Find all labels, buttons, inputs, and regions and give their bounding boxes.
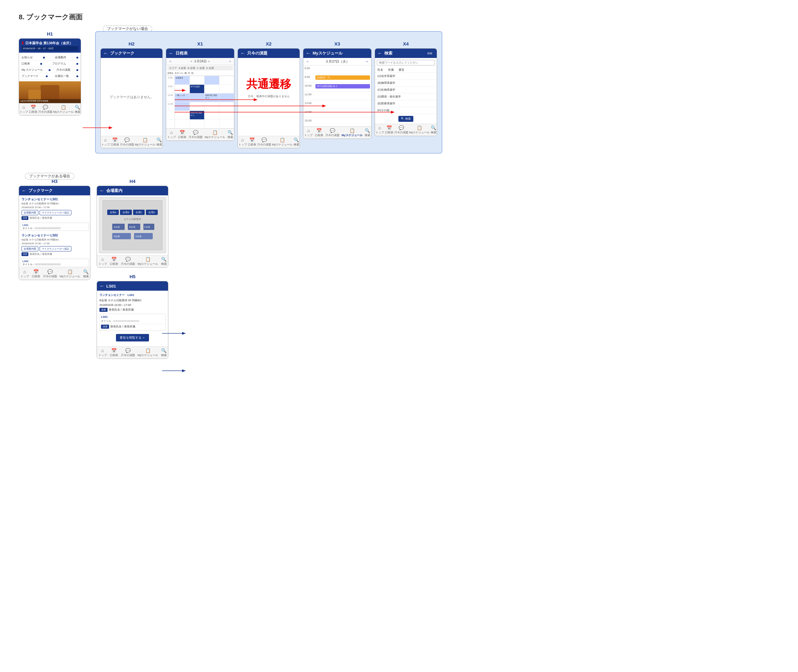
x2-back-arrow[interactable]: ← <box>240 50 245 56</box>
h3-ls01-venue-btn[interactable]: 会場案内図 <box>21 210 38 215</box>
x3-footer-current[interactable]: 💬只今の演題 <box>325 128 340 138</box>
x2-footer-current[interactable]: 💬只今の演題 <box>257 138 271 147</box>
x4-cat-e[interactable]: (E)医療系薬学 <box>375 100 437 107</box>
x1-event-a3[interactable]: 一般シンポ <box>175 93 189 102</box>
h4-back-arrow[interactable]: ← <box>99 188 104 194</box>
x3-footer-top[interactable]: ⌂トップ <box>304 128 312 138</box>
x4-cat-c[interactable]: (C)生物系薬学 <box>375 86 437 93</box>
x1-event-a4[interactable] <box>175 102 189 111</box>
h3-abstract-ls02-title: タイトル：□□□□□□□□□□□□□□□□□ <box>22 262 87 266</box>
h3-back-arrow[interactable]: ← <box>21 188 27 194</box>
x1-event-c1[interactable] <box>205 76 219 85</box>
x1-event-b2[interactable]: 演子合薬院 <box>190 85 205 93</box>
h3-ls02-venue-btn[interactable]: 会場案内図 <box>21 246 38 251</box>
x1-footer-schedule[interactable]: 📅口程表 <box>178 130 186 139</box>
x1-event-d5 <box>220 111 234 120</box>
h2-label: H2 <box>100 41 163 46</box>
h3-footer-top[interactable]: ⌂トップ <box>21 269 29 278</box>
x1-footer-top[interactable]: ⌂トップ <box>167 130 176 139</box>
h1-menu-item-2[interactable]: 口程表 プログラム <box>21 61 79 67</box>
h3-ls02-add-btn[interactable]: マイスケジュールへ追記 <box>40 246 71 251</box>
x4-cat-a[interactable]: (A)化学系薬学 <box>375 73 437 80</box>
x4-back-arrow[interactable]: ← <box>378 50 383 56</box>
x1-event-b3[interactable] <box>190 93 205 102</box>
h4-footer-current[interactable]: 💬只今の演題 <box>121 257 135 266</box>
h1-footer-my[interactable]: 📋 Myスケジュール <box>53 105 74 114</box>
h2-footer-search[interactable]: 🔍検索 <box>157 138 162 147</box>
x4-cat-d[interactable]: (D)環境・衛生薬学 <box>375 93 437 100</box>
x2-footer-search[interactable]: 🔍検索 <box>294 138 299 147</box>
h4-map-label: ホテル日航熊本 <box>124 218 141 221</box>
h5-footer-top[interactable]: ⌂トップ <box>98 348 107 357</box>
x4-search-button[interactable]: 🔍 検索 <box>398 116 413 122</box>
h2-back-arrow[interactable]: ← <box>103 50 108 56</box>
x1-footer-my[interactable]: 📋Myスケジュール <box>205 130 225 139</box>
h3-ls01-add-btn[interactable]: マイスケジュールへ追記 <box>40 210 71 215</box>
h5-view-button[interactable]: 要旨を閲覧する ＞ <box>116 334 149 341</box>
x4-screen: ← 検索 検索 氏名 所属 要旨 (A)化学系薬学 (B)物理系薬学 <box>375 48 437 136</box>
x3-next[interactable]: ＞ <box>365 59 369 64</box>
x4-search-header-button[interactable]: 検索 <box>426 51 434 56</box>
x1-header: ← 日程表 <box>166 49 234 58</box>
h3-footer-current[interactable]: 💬只今の演題 <box>43 269 57 278</box>
x3-event-1000[interactable]: 演子合薬院演題 AL-1 <box>316 84 370 88</box>
h3-ls02-speaker: 演者 座長氏名／座長所属 <box>21 252 88 256</box>
h1-menu-item-4[interactable]: ブックマーク 出展社一覧 <box>21 73 79 80</box>
h1-menu-label-program: プログラム <box>52 62 66 66</box>
h4-footer-search[interactable]: 🔍検索 <box>161 257 167 266</box>
h1-footer-schedule[interactable]: 📅 口程表 <box>29 105 37 114</box>
x1-event-d3[interactable] <box>220 93 234 102</box>
h1-menu-item-1[interactable]: お知らせ 会場案内 <box>21 54 79 61</box>
x4-footer-top[interactable]: ⌂トップ <box>376 125 384 134</box>
x4-footer-my[interactable]: 📋Myスケジュール <box>409 125 430 134</box>
x4-cat-f[interactable]: (F)その他 <box>375 107 437 114</box>
h5-back-arrow[interactable]: ← <box>99 283 104 289</box>
h5-footer-search[interactable]: 🔍検索 <box>161 348 167 357</box>
x3-back-arrow[interactable]: ← <box>306 50 311 56</box>
x2-footer-top[interactable]: ⌂トップ <box>239 138 247 147</box>
h1-menu-item-3[interactable]: My スケジュール 只今の演題 <box>21 67 79 73</box>
x1-footer-current[interactable]: 💬只今の演題 <box>189 130 203 139</box>
x1-footer-search[interactable]: 🔍検索 <box>228 130 233 139</box>
h5-speaker2: 座長氏名 / 座長所属 <box>111 325 135 329</box>
h3-abstract-ls02[interactable]: LS02 タイトル：□□□□□□□□□□□□□□□□□ <box>20 259 89 267</box>
h3-footer-search[interactable]: 🔍検索 <box>83 269 89 278</box>
x1-back-arrow[interactable]: ← <box>169 50 174 56</box>
h3-abstract-ls02-id: LS02 <box>22 260 87 262</box>
h1-label: H1 <box>19 31 81 37</box>
x1-event-c3[interactable]: 演題学院 演題 AL-1 <box>205 93 219 102</box>
h5-footer-current[interactable]: 💬只今の演題 <box>121 348 135 357</box>
h4-footer-schedule[interactable]: 📅口程表 <box>110 257 118 266</box>
h4-footer-my[interactable]: 📋Myスケジュール <box>138 257 159 266</box>
x4-cat-b[interactable]: (B)物理系薬学 <box>375 80 437 86</box>
x3-event-900[interactable]: 会場講演 PL <box>316 75 370 80</box>
x2-footer-schedule[interactable]: 📅口程表 <box>248 138 256 147</box>
h2-footer-schedule[interactable]: 📅口程表 <box>111 138 119 147</box>
h5-footer-my[interactable]: 📋Myスケジュール <box>138 348 159 357</box>
x4-footer-search[interactable]: 🔍検索 <box>431 125 436 134</box>
h1-footer-current[interactable]: 💬 只今の演題 <box>38 105 52 114</box>
x1-event-b5[interactable]: 演題学院 演題 AL-1 <box>190 111 205 120</box>
x3-footer-my[interactable]: 📋Myスケジュール <box>341 128 362 138</box>
x4-search-input[interactable] <box>377 60 435 66</box>
x1-event-a1[interactable]: 会場講演 <box>175 76 189 85</box>
h3-footer-schedule[interactable]: 📅口程表 <box>32 269 40 278</box>
x4-footer-schedule[interactable]: 📅口程表 <box>385 125 393 134</box>
x3-footer-search[interactable]: 🔍検索 <box>365 128 370 138</box>
h3-abstract-ls01[interactable]: LS01 タイトル：□□□□□□□□□□□□□□□□□ <box>20 223 89 231</box>
x4-footer-current[interactable]: 💬只今の演題 <box>394 125 409 134</box>
h1-footer-search[interactable]: 🔍 検索 <box>75 105 80 114</box>
x1-prev-arrow[interactable]: ＜ <box>169 59 172 64</box>
h4-block-3: 会場C <box>133 210 145 215</box>
x3-footer-schedule[interactable]: 📅口程表 <box>315 128 323 138</box>
h2-footer-my[interactable]: 📋Myスケジュール <box>135 138 155 147</box>
h2-footer-current[interactable]: 💬只今の演題 <box>120 138 134 147</box>
x2-footer-my[interactable]: 📋Myスケジュール <box>272 138 293 147</box>
h2-footer-top[interactable]: ⌂トップ <box>101 138 110 147</box>
h5-footer-schedule[interactable]: 📅口程表 <box>110 348 118 357</box>
h3-footer-my[interactable]: 📋Myスケジュール <box>60 269 80 278</box>
h1-footer-top[interactable]: ⌂ トップ <box>20 105 28 114</box>
h4-footer-top[interactable]: ⌂トップ <box>98 257 107 266</box>
x1-next-arrow[interactable]: ＞ <box>229 59 232 64</box>
x3-prev[interactable]: ＜ <box>306 59 309 64</box>
